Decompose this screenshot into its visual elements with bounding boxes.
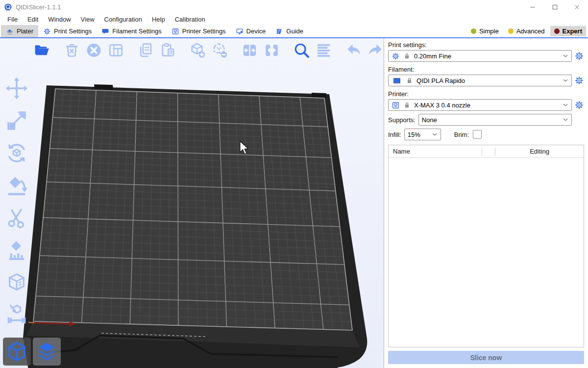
slice-now-button[interactable]: Slice now: [388, 351, 584, 364]
preview-view-button[interactable]: [33, 338, 61, 366]
mode-simple[interactable]: Simple: [467, 26, 503, 36]
cut-icon: [5, 206, 28, 230]
variable-layer-height-button[interactable]: [314, 40, 333, 60]
print-settings-select[interactable]: 0.20mm Fine: [388, 50, 572, 62]
filament-select[interactable]: QIDI PLA Rapido: [388, 75, 572, 86]
gizmo-cut-button[interactable]: [2, 204, 31, 232]
tab-filament-settings[interactable]: Filament Settings: [97, 25, 166, 37]
filament-edit-button[interactable]: [574, 76, 584, 85]
mode-dot-icon: [554, 28, 560, 34]
tab-guide[interactable]: Guide: [270, 25, 308, 37]
maximize-icon: [551, 3, 559, 11]
split-to-objects-button[interactable]: [240, 40, 259, 60]
chevron-down-icon: [562, 101, 569, 109]
chevron-down-icon: [431, 131, 439, 138]
redo-button[interactable]: [366, 40, 384, 60]
copy-button[interactable]: [136, 40, 155, 60]
tab-printer-settings[interactable]: Printer Settings: [167, 25, 231, 37]
open-folder-icon: [33, 42, 50, 59]
paste-button[interactable]: [158, 40, 177, 60]
brim-checkbox[interactable]: [473, 130, 482, 139]
settings-panel: Print settings: 0.20mm Fine Filament: QI…: [384, 38, 588, 368]
gizmo-paint-on-supports-button[interactable]: [2, 237, 31, 264]
printer-icon: [392, 101, 400, 109]
plater-icon: [6, 27, 14, 35]
open-button[interactable]: [32, 40, 51, 60]
mode-advanced[interactable]: Advanced: [504, 26, 549, 36]
menu-bar: FileEditWindowViewConfigurationHelpCalib…: [0, 14, 588, 25]
menu-window[interactable]: Window: [43, 14, 75, 25]
supports-select[interactable]: None: [418, 114, 572, 126]
filament-label: Filament:: [388, 66, 584, 73]
move-icon: [5, 77, 28, 100]
gizmo-seam-painting-button[interactable]: [2, 269, 31, 296]
search-icon: [293, 42, 310, 59]
infill-select[interactable]: 15%: [404, 129, 441, 140]
tab-print-settings[interactable]: Print Settings: [38, 25, 97, 37]
device-icon: [236, 27, 244, 35]
window-controls: [522, 0, 588, 14]
build-plate-surface[interactable]: [33, 89, 352, 330]
print-settings-edit-button[interactable]: [574, 51, 584, 61]
delete-button[interactable]: [62, 40, 81, 60]
tab-device[interactable]: Device: [231, 25, 271, 37]
minimize-button[interactable]: [522, 0, 544, 14]
filament-value: QIDI PLA Rapido: [416, 77, 559, 84]
tab-label: Guide: [286, 27, 303, 35]
column-separator: [482, 148, 482, 156]
tab-bar: PlaterPrint SettingsFilament SettingsPri…: [0, 25, 588, 38]
chevron-down-icon: [562, 52, 569, 60]
menu-file[interactable]: File: [2, 14, 23, 25]
split-parts-icon: [263, 42, 280, 59]
printer-icon: [172, 27, 179, 35]
place-on-face-icon: [5, 174, 28, 197]
support-paint-icon: [5, 238, 28, 262]
menu-calibration[interactable]: Calibration: [170, 14, 210, 25]
mode-switcher: SimpleAdvancedExpert: [467, 25, 588, 37]
arrange-button[interactable]: [106, 40, 125, 60]
gear-icon: [392, 52, 400, 60]
add-instance-icon: [189, 42, 206, 59]
split-to-parts-button[interactable]: [262, 40, 281, 60]
maximize-button[interactable]: [544, 0, 566, 14]
add-instance-button[interactable]: [188, 40, 207, 60]
lock-icon: [403, 101, 411, 109]
mode-expert[interactable]: Expert: [550, 26, 586, 36]
gizmo-measure-button[interactable]: [2, 301, 31, 329]
filament-icon: [101, 27, 109, 35]
mode-dot-icon: [508, 28, 514, 34]
menu-edit[interactable]: Edit: [23, 14, 43, 25]
gizmo-rotate-button[interactable]: [2, 139, 31, 167]
close-button[interactable]: [566, 0, 588, 14]
column-header-editing: Editing: [495, 148, 584, 155]
tab-label: Device: [246, 27, 266, 35]
printer-select[interactable]: X-MAX 3 0.4 nozzle: [388, 99, 572, 111]
undo-button[interactable]: [344, 40, 363, 60]
measure-icon: [5, 303, 28, 327]
print-settings-value: 0.20mm Fine: [414, 53, 559, 60]
gizmo-move-button[interactable]: [2, 75, 31, 102]
window-title: QIDISlicer-1.1.1: [16, 3, 61, 11]
mode-label: Advanced: [516, 27, 545, 35]
object-list-body[interactable]: [389, 158, 584, 347]
tab-label: Filament Settings: [112, 27, 161, 35]
object-list-table: Name Editing: [388, 145, 584, 347]
tab-plater[interactable]: Plater: [1, 25, 38, 37]
mode-dot-icon: [471, 28, 476, 34]
remove-instance-button[interactable]: [210, 40, 229, 60]
gizmo-place-on-face-button[interactable]: [2, 172, 31, 199]
infill-value: 15%: [408, 131, 428, 138]
menu-view[interactable]: View: [76, 14, 99, 25]
viewport-3d[interactable]: [0, 38, 384, 368]
layers-icon: [36, 341, 58, 363]
printer-edit-button[interactable]: [574, 100, 584, 110]
3d-editor-view-button[interactable]: [3, 338, 31, 366]
gizmo-scale-button[interactable]: [2, 107, 31, 134]
delete-all-icon: [85, 42, 102, 59]
delete-all-button[interactable]: [84, 40, 103, 60]
menu-configuration[interactable]: Configuration: [99, 14, 147, 25]
print-settings-label: Print settings:: [388, 41, 584, 49]
search-button[interactable]: [292, 40, 311, 60]
viewport-3d-scene[interactable]: [0, 38, 384, 368]
menu-help[interactable]: Help: [147, 14, 170, 25]
